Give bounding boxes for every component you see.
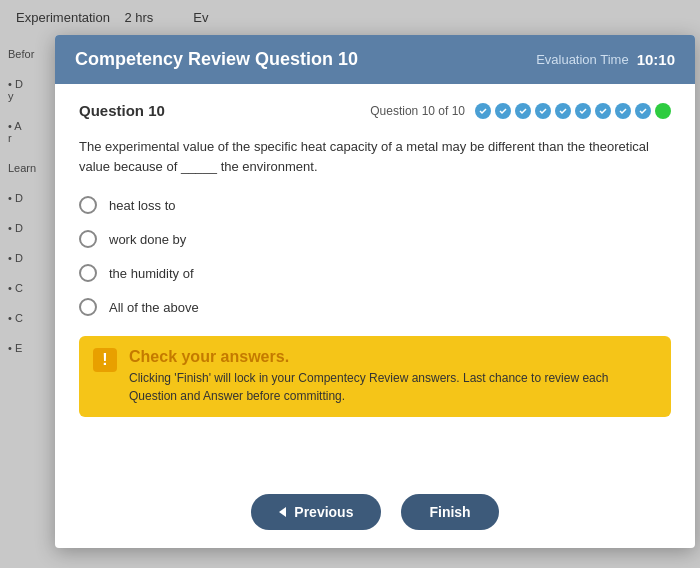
- option-3[interactable]: the humidity of: [79, 264, 671, 282]
- sidebar-c1: • C: [8, 282, 57, 294]
- progress-dots: [475, 103, 671, 119]
- option-2-label: work done by: [109, 232, 186, 247]
- question-text: The experimental value of the specific h…: [79, 137, 671, 176]
- bg-experimentation-label: Experimentation 2 hrs: [16, 10, 153, 25]
- warning-box: ! Check your answers. Clicking 'Finish' …: [79, 336, 671, 417]
- progress-text: Question 10 of 10: [370, 104, 465, 118]
- eval-time-value: 10:10: [637, 51, 675, 68]
- sidebar-befor: Befor: [8, 48, 57, 60]
- dot-1: [475, 103, 491, 119]
- previous-label: Previous: [294, 504, 353, 520]
- sidebar-e: • E: [8, 342, 57, 354]
- dot-7: [595, 103, 611, 119]
- chevron-left-icon: [279, 507, 286, 517]
- option-4[interactable]: All of the above: [79, 298, 671, 316]
- option-4-label: All of the above: [109, 300, 199, 315]
- sidebar-d: • Dy: [8, 78, 57, 102]
- option-2[interactable]: work done by: [79, 230, 671, 248]
- eval-time-label: Evaluation Time: [536, 52, 629, 67]
- dot-2: [495, 103, 511, 119]
- modal-footer: Previous Finish: [55, 484, 695, 548]
- progress-section: Question 10 of 10: [370, 103, 671, 119]
- sidebar-learn: Learn: [8, 162, 57, 174]
- finish-button[interactable]: Finish: [401, 494, 498, 530]
- modal-header-right: Evaluation Time 10:10: [536, 51, 675, 68]
- question-header: Question 10 Question 10 of 10: [79, 102, 671, 119]
- modal-header: Competency Review Question 10 Evaluation…: [55, 35, 695, 84]
- dot-4: [535, 103, 551, 119]
- radio-4[interactable]: [79, 298, 97, 316]
- dot-3: [515, 103, 531, 119]
- warning-message: Clicking 'Finish' will lock in your Comp…: [129, 369, 657, 405]
- options-list: heat loss to work done by the humidity o…: [79, 196, 671, 316]
- modal: Competency Review Question 10 Evaluation…: [55, 35, 695, 548]
- dot-9: [635, 103, 651, 119]
- previous-button[interactable]: Previous: [251, 494, 381, 530]
- option-1-label: heat loss to: [109, 198, 176, 213]
- warning-title: Check your answers.: [129, 348, 657, 366]
- dot-5: [555, 103, 571, 119]
- modal-title: Competency Review Question 10: [75, 49, 358, 70]
- bg-ev-label: Ev: [193, 10, 208, 25]
- dot-6: [575, 103, 591, 119]
- dot-10-active: [655, 103, 671, 119]
- finish-label: Finish: [429, 504, 470, 520]
- sidebar-a: • Ar: [8, 120, 57, 144]
- warning-content: Check your answers. Clicking 'Finish' wi…: [129, 348, 657, 405]
- warning-icon: !: [93, 348, 117, 372]
- radio-3[interactable]: [79, 264, 97, 282]
- option-3-label: the humidity of: [109, 266, 194, 281]
- option-1[interactable]: heat loss to: [79, 196, 671, 214]
- sidebar-d2: • D: [8, 192, 57, 204]
- sidebar-d4: • D: [8, 252, 57, 264]
- question-label: Question 10: [79, 102, 165, 119]
- radio-2[interactable]: [79, 230, 97, 248]
- radio-1[interactable]: [79, 196, 97, 214]
- sidebar-c2: • C: [8, 312, 57, 324]
- dot-8: [615, 103, 631, 119]
- modal-body: Question 10 Question 10 of 10: [55, 84, 695, 484]
- sidebar-d3: • D: [8, 222, 57, 234]
